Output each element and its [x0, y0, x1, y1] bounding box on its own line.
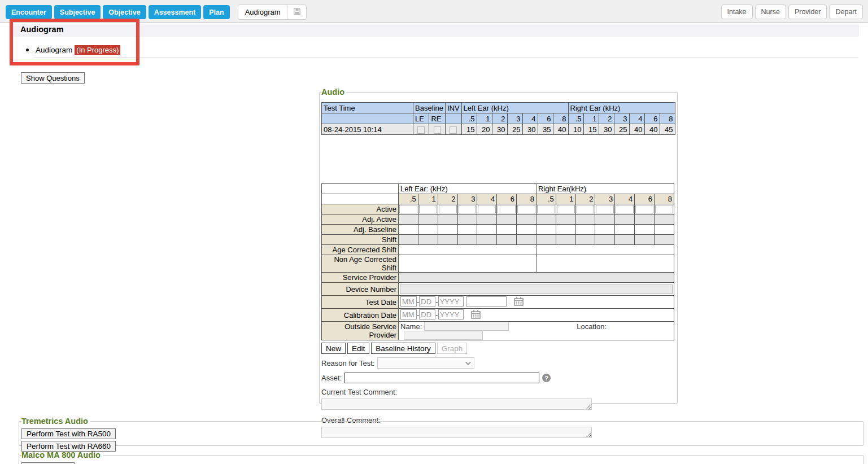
edit-button[interactable]: Edit [347, 343, 369, 354]
show-questions-button[interactable]: Show Questions [21, 72, 85, 84]
test-time-input[interactable] [466, 296, 507, 307]
right-value: 25 [614, 124, 629, 135]
asset-row: Asset: ? [321, 373, 675, 383]
freq-header: 4 [629, 113, 644, 124]
col-inv: INV [445, 103, 461, 113]
depart-button[interactable]: Depart [829, 5, 863, 19]
baseline-le-checkbox[interactable] [417, 126, 425, 134]
age-corrected-shift-label: Age Corrected Shift [322, 245, 399, 255]
active-input[interactable] [577, 205, 595, 213]
calibration-date-dd-input[interactable] [419, 309, 435, 319]
reason-for-test-select[interactable] [377, 357, 474, 369]
graph-button[interactable]: Graph [437, 343, 468, 354]
detail-header-row-2: .5 1 2 3 4 6 8 .5 1 2 3 4 6 8 [322, 194, 674, 204]
active-input[interactable] [399, 205, 417, 213]
test-date-mm-input[interactable] [400, 296, 417, 307]
save-button[interactable] [287, 5, 306, 19]
active-input[interactable] [498, 205, 516, 213]
baseline-re-checkbox[interactable] [434, 126, 441, 134]
outside-service-provider-row: Outside Service Provider Name:Location: [322, 322, 674, 340]
osp-location-input[interactable] [404, 331, 483, 340]
baseline-le-cell [413, 124, 429, 135]
nav-plan-button[interactable]: Plan [203, 5, 229, 19]
help-icon[interactable]: ? [542, 374, 551, 382]
nav-assessment-button[interactable]: Assessment [149, 5, 202, 19]
active-input[interactable] [655, 205, 673, 213]
freq-header: 1 [583, 113, 599, 124]
freq-header: .5 [536, 194, 556, 204]
test-date-label: Test Date [322, 296, 399, 309]
provider-button[interactable]: Provider [788, 5, 827, 19]
adj-baseline-label: Adj. Baseline [322, 225, 399, 235]
osp-name-input[interactable] [424, 322, 509, 331]
tremetrics-audio-section: Tremetrics Audio Perform Test with RA500… [19, 417, 863, 446]
blank-cell [322, 184, 399, 194]
non-age-corrected-right-cell [536, 255, 674, 273]
floppy-save-icon [293, 7, 301, 17]
audiogram-tab[interactable]: Audiogram [238, 5, 307, 20]
nav-encounter-button[interactable]: Encounter [6, 5, 52, 19]
calibration-date-mm-input[interactable] [400, 309, 417, 319]
inv-cell [445, 124, 461, 135]
detail-left-ear-header: Left Ear: (kHz) [399, 184, 536, 194]
shift-row: Shift [322, 235, 674, 245]
results-header-row-2: LE RE .5 1 2 3 4 6 8 .5 1 2 3 4 6 8 [322, 113, 675, 124]
nurse-button[interactable]: Nurse [755, 5, 786, 19]
non-age-corrected-shift-label: Non Age Corrected Shift [322, 255, 399, 273]
calibration-date-yyyy-input[interactable] [438, 309, 464, 319]
freq-header: 2 [438, 194, 457, 204]
results-data-row[interactable]: 08-24-2015 10:14 15 20 30 25 30 35 40 10… [322, 124, 675, 135]
freq-header: 8 [553, 113, 568, 124]
active-input[interactable] [557, 205, 575, 213]
active-input[interactable] [459, 205, 477, 213]
asset-input[interactable] [344, 373, 539, 383]
calendar-icon[interactable] [471, 312, 481, 321]
calendar-icon[interactable] [514, 299, 524, 308]
col-left-ear: Left Ear (kHz) [461, 103, 568, 113]
perform-test-ra500-button[interactable]: Perform Test with RA500 [21, 428, 116, 439]
current-test-comment-textarea[interactable] [321, 399, 592, 410]
active-input[interactable] [537, 205, 555, 213]
right-value: 40 [629, 124, 644, 135]
reason-for-test-label: Reason for Test: [321, 359, 374, 367]
active-input[interactable] [616, 205, 634, 213]
osp-location-label: Location: [577, 322, 607, 331]
test-date-dd-input[interactable] [419, 296, 435, 307]
service-provider-label: Service Provider [322, 273, 399, 283]
active-input[interactable] [439, 205, 457, 213]
maico-audio-section: Maico MA 800 Audio Perform Test [19, 450, 863, 464]
audiogram-list-item[interactable]: Audiogram (In Progress) [26, 45, 120, 55]
freq-header: 2 [575, 194, 595, 204]
age-corrected-shift-row: Age Corrected Shift [322, 245, 674, 255]
nav-objective-button[interactable]: Objective [103, 5, 146, 19]
bullet-icon [26, 49, 29, 51]
active-input[interactable] [635, 205, 653, 213]
freq-header: 8 [654, 194, 674, 204]
freq-header: .5 [568, 113, 583, 124]
active-input[interactable] [596, 205, 614, 213]
test-date-yyyy-input[interactable] [438, 296, 464, 307]
adj-active-row: Adj. Active [322, 215, 674, 225]
in-progress-badge: (In Progress) [75, 45, 120, 55]
freq-header: 3 [457, 194, 477, 204]
active-input[interactable] [517, 205, 535, 213]
device-number-input[interactable] [400, 284, 673, 294]
audiogram-item-link[interactable]: Audiogram [36, 46, 72, 54]
non-age-corrected-left-cell [399, 255, 536, 273]
maico-audio-legend: Maico MA 800 Audio [21, 450, 103, 459]
calibration-date-row: Calibration Date -- [322, 309, 674, 322]
active-input[interactable] [419, 205, 437, 213]
freq-header: 6 [644, 113, 660, 124]
new-button[interactable]: New [321, 343, 346, 354]
freq-header: 1 [556, 194, 575, 204]
nav-subjective-button[interactable]: Subjective [54, 5, 101, 19]
inv-checkbox[interactable] [450, 126, 457, 134]
freq-header: 2 [492, 113, 507, 124]
page: Encounter Subjective Objective Assessmen… [0, 0, 868, 464]
intake-button[interactable]: Intake [721, 5, 753, 19]
active-input[interactable] [478, 205, 496, 213]
baseline-re-cell [429, 124, 445, 135]
baseline-history-button[interactable]: Baseline History [371, 343, 435, 354]
freq-header: 3 [507, 113, 522, 124]
adj-baseline-row: Adj. Baseline [322, 225, 674, 235]
